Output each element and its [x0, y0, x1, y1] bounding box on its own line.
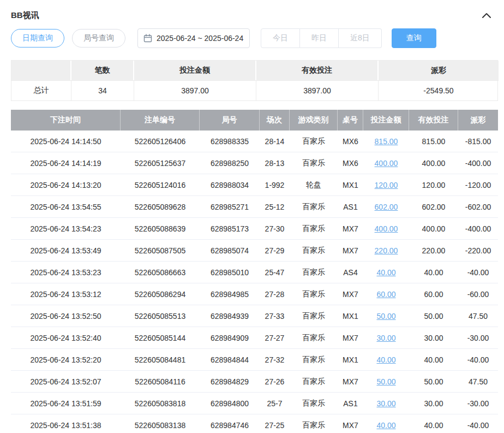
summary-header-bet: 投注金额: [134, 61, 256, 80]
cell-bet-amount-link[interactable]: 400.00: [363, 152, 409, 174]
quick-date-group: 今日 昨日 近8日: [261, 28, 382, 48]
cell-bet-time: 2025-06-24 13:53:12: [11, 283, 121, 305]
cell-game-type: 百家乐: [290, 349, 338, 371]
cell-game-type: 百家乐: [290, 240, 338, 262]
cell-bet-time: 2025-06-24 13:54:23: [11, 218, 121, 240]
cell-table-no: AS4: [338, 262, 363, 283]
cell-bet-amount-link[interactable]: 30.00: [363, 393, 409, 414]
cell-order-no: 522605083138: [121, 414, 200, 433]
cell-bet-amount-link[interactable]: 50.00: [363, 371, 409, 393]
summary-total-count: 34: [71, 80, 134, 100]
cell-round-no: 628985074: [200, 240, 260, 262]
cell-table-no: AS1: [338, 393, 363, 414]
table-row: 2025-06-24 14:14:50 522605126406 6289883…: [11, 131, 498, 152]
cell-session: 27-33: [260, 305, 290, 327]
cell-game-type: 轮盘: [290, 174, 338, 196]
cell-session: 27-26: [260, 371, 290, 393]
bet-table-body: 2025-06-24 14:14:50 522605126406 6289883…: [11, 131, 493, 433]
col-header-round-no: 局号: [200, 110, 260, 131]
cell-bet-time: 2025-06-24 13:52:07: [11, 371, 121, 393]
cell-session: 28-14: [260, 131, 290, 152]
cell-bet-time: 2025-06-24 13:54:55: [11, 196, 121, 218]
cell-bet-amount-link[interactable]: 30.00: [363, 327, 409, 349]
cell-session: 27-27: [260, 327, 290, 349]
cell-valid-bet: 50.00: [409, 305, 458, 327]
cell-bet-amount-link[interactable]: 400.00: [363, 218, 409, 240]
cell-game-type: 百家乐: [290, 393, 338, 414]
tab-round-query[interactable]: 局号查询: [72, 29, 125, 48]
cell-order-no: 522605086294: [121, 283, 200, 305]
cell-bet-amount-link[interactable]: 602.00: [363, 196, 409, 218]
cell-table-no: MX7: [338, 371, 363, 393]
cell-round-no: 628988335: [200, 131, 260, 152]
table-row: 2025-06-24 13:52:20 522605084481 6289848…: [11, 349, 498, 371]
summary-total-bet: 3897.00: [134, 80, 256, 100]
col-header-time: 下注时间: [11, 110, 121, 131]
cell-bet-amount-link[interactable]: 120.00: [363, 174, 409, 196]
tab-date-query[interactable]: 日期查询: [11, 29, 64, 48]
cell-valid-bet: 40.00: [409, 262, 458, 283]
summary-total-row: 总计 34 3897.00 3897.00 -2549.50: [11, 80, 497, 100]
cell-order-no: 522605084481: [121, 349, 200, 371]
cell-order-no: 522605126406: [121, 131, 200, 152]
cell-table-no: MX7: [338, 414, 363, 433]
yesterday-button[interactable]: 昨日: [300, 28, 339, 48]
cell-bet-time: 2025-06-24 13:53:23: [11, 262, 121, 283]
table-row: 2025-06-24 13:51:38 522605083138 6289847…: [11, 414, 498, 433]
search-button[interactable]: 查询: [392, 28, 436, 48]
cell-bet-amount-link[interactable]: 815.00: [363, 131, 409, 152]
cell-valid-bet: 40.00: [409, 349, 458, 371]
cell-payout: 47.50: [458, 305, 498, 327]
cell-bet-amount-link[interactable]: 60.00: [363, 283, 409, 305]
cell-payout: 47.50: [458, 371, 498, 393]
col-header-session: 场次: [260, 110, 290, 131]
cell-game-type: 百家乐: [290, 196, 338, 218]
filter-bar: 日期查询 局号查询 2025-06-24 ~ 2025-06-24 今日 昨日 …: [11, 28, 493, 48]
summary-header-payout: 派彩: [379, 61, 499, 80]
cell-session: 27-30: [260, 218, 290, 240]
table-row: 2025-06-24 13:54:23 522605088639 6289851…: [11, 218, 498, 240]
cell-bet-time: 2025-06-24 13:51:38: [11, 414, 121, 433]
cell-order-no: 522605085144: [121, 327, 200, 349]
date-range-input[interactable]: 2025-06-24 ~ 2025-06-24: [137, 28, 250, 48]
summary-total-valid: 3897.00: [256, 80, 379, 100]
cell-order-no: 522605089628: [121, 196, 200, 218]
cell-valid-bet: 50.00: [409, 371, 458, 393]
cell-game-type: 百家乐: [290, 414, 338, 433]
chevron-up-icon[interactable]: [480, 9, 493, 22]
cell-valid-bet: 400.00: [409, 152, 458, 174]
cell-valid-bet: 30.00: [409, 393, 458, 414]
cell-round-no: 628985010: [200, 262, 260, 283]
cell-bet-amount-link[interactable]: 50.00: [363, 305, 409, 327]
cell-bet-time: 2025-06-24 14:13:20: [11, 174, 121, 196]
cell-payout: -815.00: [458, 131, 498, 152]
col-header-game: 游戏类别: [290, 110, 338, 131]
cell-bet-amount-link[interactable]: 40.00: [363, 262, 409, 283]
col-header-payout: 派彩: [458, 110, 498, 131]
col-header-valid: 有效投注: [409, 110, 458, 131]
last-8-days-button[interactable]: 近8日: [339, 28, 382, 48]
cell-session: 27-32: [260, 349, 290, 371]
cell-valid-bet: 220.00: [409, 240, 458, 262]
cell-table-no: MX7: [338, 327, 363, 349]
cell-round-no: 628988250: [200, 152, 260, 174]
today-button[interactable]: 今日: [261, 28, 300, 48]
calendar-icon: [143, 34, 152, 43]
cell-valid-bet: 40.00: [409, 414, 458, 433]
cell-session: 27-28: [260, 283, 290, 305]
cell-session: 1-992: [260, 174, 290, 196]
cell-valid-bet: 815.00: [409, 131, 458, 152]
cell-table-no: MX7: [338, 240, 363, 262]
table-row: 2025-06-24 13:54:55 522605089628 6289852…: [11, 196, 498, 218]
cell-payout: -60.00: [458, 283, 498, 305]
cell-table-no: MX7: [338, 283, 363, 305]
cell-valid-bet: 602.00: [409, 196, 458, 218]
cell-session: 27-29: [260, 240, 290, 262]
cell-bet-amount-link[interactable]: 220.00: [363, 240, 409, 262]
cell-valid-bet: 120.00: [409, 174, 458, 196]
cell-round-no: 628984829: [200, 371, 260, 393]
cell-game-type: 百家乐: [290, 262, 338, 283]
cell-bet-amount-link[interactable]: 40.00: [363, 349, 409, 371]
cell-bet-amount-link[interactable]: 40.00: [363, 414, 409, 433]
cell-payout: -40.00: [458, 262, 498, 283]
